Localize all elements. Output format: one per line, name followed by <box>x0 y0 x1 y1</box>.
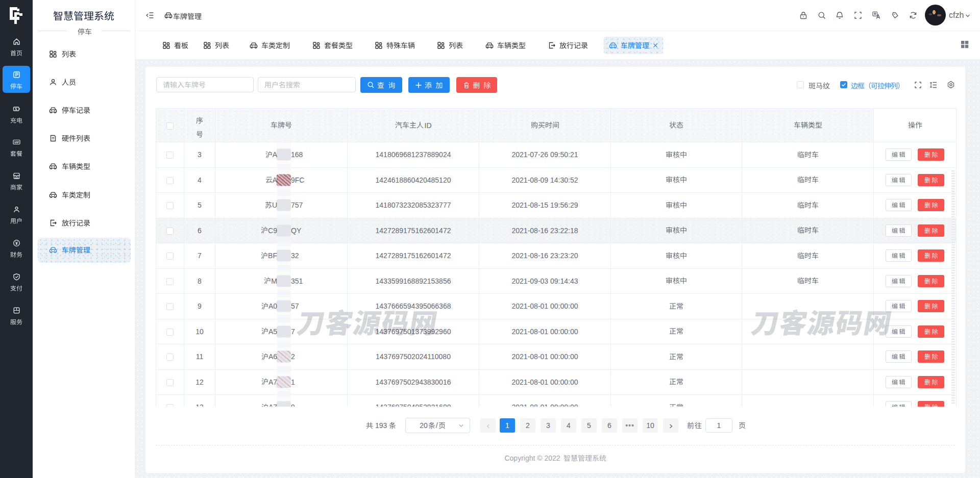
svg-text:VIP: VIP <box>14 141 19 144</box>
